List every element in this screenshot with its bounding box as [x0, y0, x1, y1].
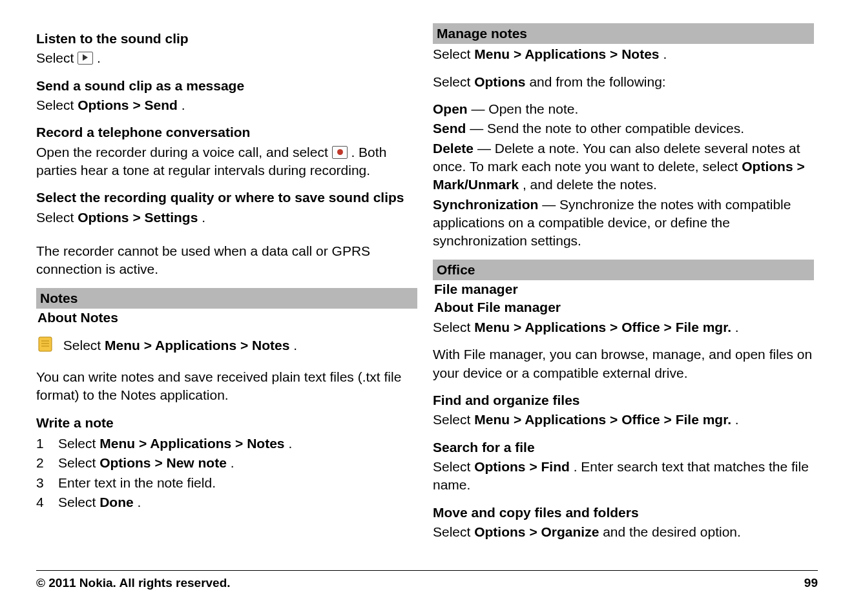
file-manager-desc: With File manager, you can browse, manag…	[433, 345, 814, 382]
text: Select	[36, 98, 78, 112]
menu-path: Find	[541, 459, 569, 474]
menu-path: File mgr.	[676, 412, 731, 427]
menu-path: Applications	[525, 46, 606, 61]
menu-path: Notes	[247, 436, 284, 451]
breadcrumb-sep: >	[797, 159, 804, 174]
menu-path: Office	[621, 320, 660, 334]
step-number: 1	[36, 435, 58, 453]
menu-path: Menu	[474, 412, 510, 427]
menu-path: Applications	[525, 320, 606, 334]
menu-path: Applications	[150, 436, 231, 451]
breadcrumb-sep: >	[514, 320, 525, 334]
menu-path: Options	[78, 210, 129, 225]
send-clip-instruction: Select Options > Send .	[36, 96, 417, 114]
menu-path: Menu	[99, 436, 135, 451]
text: Select	[58, 455, 99, 470]
breadcrumb-sep: >	[610, 320, 621, 334]
section-bar-office: Office	[433, 260, 814, 280]
menu-path: Options	[742, 159, 793, 174]
text: .	[288, 436, 292, 451]
text: Select	[63, 338, 105, 353]
menu-path: Applications	[525, 412, 606, 427]
text: Select	[433, 524, 474, 539]
breadcrumb-sep: >	[529, 524, 541, 539]
text: Select	[36, 210, 78, 225]
record-icon	[332, 146, 348, 159]
text: .	[663, 46, 667, 61]
step-number: 2	[36, 454, 58, 472]
heading-quality: Select the recording quality or where to…	[36, 189, 417, 207]
menu-path: Office	[621, 412, 660, 427]
breadcrumb-sep: >	[240, 338, 252, 353]
list-item: 3 Enter text in the note field.	[36, 474, 417, 492]
text: and the desired option.	[603, 524, 741, 539]
page-number: 99	[804, 576, 818, 590]
step-text: Enter text in the note field.	[58, 474, 216, 492]
option-sync: Synchronization — Synchronize the notes …	[433, 196, 814, 251]
option-name: Open	[433, 101, 468, 116]
heading-about-notes: About Notes	[36, 309, 417, 327]
menu-path: Options	[474, 524, 525, 539]
text: .	[97, 50, 101, 65]
breadcrumb-sep: >	[610, 46, 621, 61]
text: Select	[36, 50, 78, 65]
menu-path: Options	[474, 74, 525, 89]
text: Select	[433, 320, 474, 334]
menu-path: Menu	[474, 46, 510, 61]
manage-select-options: Select Options and from the following:	[433, 73, 814, 91]
text: .	[182, 98, 185, 112]
page-footer: © 2011 Nokia. All rights reserved. 99	[36, 570, 818, 590]
right-column: Manage notes Select Menu > Applications …	[433, 23, 814, 550]
menu-path: Send	[144, 98, 177, 112]
text: Select	[58, 436, 99, 451]
menu-path: Settings	[144, 210, 198, 225]
text: and from the following:	[529, 74, 665, 89]
breadcrumb-sep: >	[132, 210, 144, 225]
text: .	[231, 455, 234, 470]
notes-app-icon	[36, 334, 56, 358]
text: .	[202, 210, 205, 225]
two-column-layout: Listen to the sound clip Select . Send a…	[36, 23, 818, 550]
menu-path: Options	[474, 459, 525, 474]
option-name: Send	[433, 121, 466, 136]
record-instruction: Open the recorder during a voice call, a…	[36, 143, 417, 180]
manual-page: Listen to the sound clip Select . Send a…	[0, 0, 854, 616]
breadcrumb-sep: >	[514, 46, 525, 61]
option-desc: — Send the note to other compatible devi…	[470, 121, 744, 136]
step-number: 3	[36, 474, 58, 492]
menu-path: New note	[166, 455, 226, 470]
section-bar-manage-notes: Manage notes	[433, 23, 814, 44]
manage-notes-path: Select Menu > Applications > Notes .	[433, 45, 814, 63]
list-item: 1 Select Menu > Applications > Notes .	[36, 435, 417, 453]
breadcrumb-sep: >	[664, 320, 676, 334]
step-number: 4	[36, 493, 58, 511]
section-bar-notes: Notes	[36, 288, 417, 309]
option-desc: — Open the note.	[472, 101, 579, 116]
text: .	[735, 320, 739, 334]
heading-search-file: Search for a file	[433, 438, 814, 457]
option-name: Synchronization	[433, 197, 538, 212]
menu-path: Options	[78, 98, 129, 112]
menu-path: Applications	[155, 338, 236, 353]
breadcrumb-sep: >	[154, 455, 166, 470]
notes-description: You can write notes and save received pl…	[36, 368, 417, 405]
left-column: Listen to the sound clip Select . Send a…	[36, 23, 417, 550]
search-file-instruction: Select Options > Find . Enter search tex…	[433, 458, 814, 495]
notes-path: Select Menu > Applications > Notes .	[36, 334, 417, 358]
option-open: Open — Open the note.	[433, 100, 814, 118]
menu-path: Notes	[621, 46, 659, 61]
menu-path: Menu	[105, 338, 140, 353]
breadcrumb-sep: >	[514, 412, 525, 427]
heading-record: Record a telephone conversation	[36, 123, 417, 141]
menu-path: File mgr.	[676, 320, 731, 334]
step-text: Select Menu > Applications > Notes .	[58, 435, 292, 453]
menu-path: Notes	[252, 338, 289, 353]
text: Select	[58, 495, 99, 509]
breadcrumb-sep: >	[144, 338, 155, 353]
heading-send-clip: Send a sound clip as a message	[36, 77, 417, 95]
text: .	[735, 412, 739, 427]
svg-rect-0	[39, 337, 52, 351]
breadcrumb-sep: >	[610, 412, 621, 427]
breadcrumb-sep: >	[664, 412, 676, 427]
listen-instruction: Select .	[36, 49, 417, 67]
